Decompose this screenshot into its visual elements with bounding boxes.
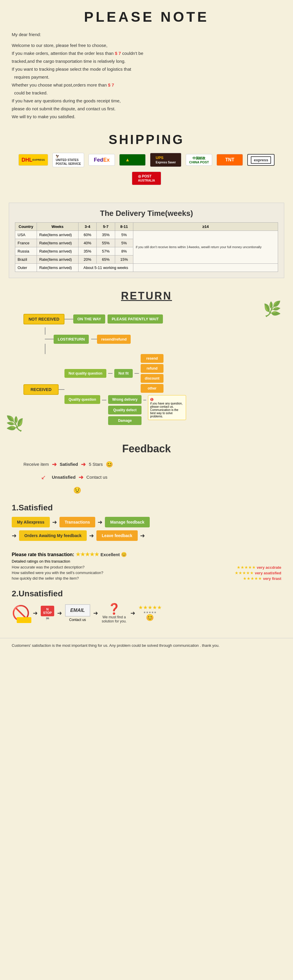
resend-refund-box: resend/refund [97,335,131,344]
question-wrapper: ❓ We must find a solution for you. [101,603,127,623]
logo-dhl: DHLEXPRESS [19,154,48,166]
unsatisfied-flow: ↙ Unsatisfied ➜ Contact us [41,474,269,481]
stars-result-wrapper: ★★★★★ ★★★★★ 😊 [138,604,162,622]
feedback-title: Feedback [12,442,281,455]
transactions-btn: Transactions [60,517,95,527]
vline1 [45,327,46,335]
quality-row: Quality question Wrong delivery Quality … [65,395,186,425]
action-options: resend refund discount other [141,354,163,393]
us-arrow4: ➜ [130,609,135,617]
feedback-flow-container: Receive item ➜ Satisfied ➜ 5 Stars 😊 ↙ U… [12,461,281,494]
return-section: RETURN 🌿 🌿 NOT RECEIVED ON THE WAY PLEAS… [0,284,293,437]
no-sign-container: 🚫 ★★★★ [12,605,30,622]
logo-auspost: ◎ POSTAUSTRALIA [132,172,161,185]
question-icon: ❓ [108,603,121,615]
unsatisfied-label: Unsatisfied [52,475,76,480]
q3-answer: very firast [263,576,281,581]
on-the-way-box: ON THE WAY [73,315,105,323]
arrow-step3: ➜ [12,532,17,539]
table-row: USA Rate(Items arrived) 60% 35% 5% if yo… [15,231,278,239]
logo-fedex: FedEx [89,154,115,166]
return-diagram: NOT RECEIVED ON THE WAY PLEASE PATIENTLY… [12,311,281,431]
delivery-title: The Delivery Time(weeks) [15,209,278,218]
q1-stars: ★★★★★ [237,565,256,570]
col-country: Country [15,222,37,231]
not-received-box: NOT RECEIVED [24,314,65,325]
my-aliexpress-btn: My Aliexpress [12,517,50,527]
delivery-table: Country Weeks 3-4 5-7 8-11 ≥14 USA Rate(… [15,222,278,272]
leave-feedback-btn: Leave feedback [97,530,138,541]
please-note-title: PLEASE NOTE [12,9,281,25]
stars-under-no: ★★★★ [17,617,31,623]
email-wrapper: EMAIL Contact us [65,604,90,622]
shipping-section: SHIPPING DHLEXPRESS 🦅UNITED STATESPOSTAL… [0,126,293,197]
logo-express: express [247,154,274,166]
unsatisfied-flow-steps: 🚫 ★★★★ ➜ NSTOP 🏁 ➜ EMAIL Contact us ➜ [12,603,281,623]
down-arrow: ↙ [41,474,46,481]
q3-stars: ★★★★★ [243,576,262,581]
result-stars: ★★★★★ [138,604,162,611]
body-text: Welcome to our store, please feel free t… [12,41,281,121]
received-branches: Not quality question Not fit resend refu… [65,354,186,425]
damage-box: Damage [108,416,141,425]
unsatisfied-emoji-row: 😟 [73,487,269,494]
delivery-section: The Delivery Time(weeks) Country Weeks 3… [9,203,284,278]
arrow-step1: ➜ [52,519,57,526]
highlight1: $ 7 [115,51,121,56]
greeting: My dear friend: [12,31,281,38]
col-weeks: Weeks [36,222,78,231]
quality-sub-options: Wrong delivery Quality defect Damage [108,395,141,425]
not-received-row: NOT RECEIVED ON THE WAY PLEASE PATIENTLY… [24,314,276,325]
us-arrow2: ➜ [57,609,62,617]
logo-usps: 🦅UNITED STATESPOSTAL SERVICE [52,153,84,167]
shipping-title: SHIPPING [12,132,281,147]
rate-title-text: Please rate this transaction: [12,552,74,557]
satisfied-label: Satisfied [60,462,78,467]
arrow2: ➜ [81,461,86,468]
quality-defect-box: Quality defect [108,406,141,414]
discount-box: discount [141,374,163,383]
rate-row-1: How accurate was the product description… [12,565,281,570]
logo-chinapost: 中国邮政CHINA POST [186,154,212,166]
arrow1: ➜ [52,461,57,468]
rate-row-2: How satisfied were you with the sell's c… [12,571,281,575]
logo-ups: UPSExpress Saver [150,153,181,167]
highlight2: $ 7 [108,83,114,88]
satisfied-steps-row2: ➜ Orders Awaiting My feedback ➜ Leave fe… [12,530,281,541]
satisfied-title: 1.Satisfied [12,503,281,512]
unsatisfied-title: 2.Unsatisfied [12,589,281,598]
satisfied-flow: Receive item ➜ Satisfied ➜ 5 Stars 😊 [24,461,269,468]
please-wait-box: PLEASE PATIENTLY WAIT [108,315,163,323]
return-title: RETURN [12,290,281,302]
no-sign-wrapper: 🚫 ★★★★ [12,605,30,622]
please-note-section: PLEASE NOTE My dear friend: Welcome to o… [0,0,293,126]
rate-title-row: Please rate this transaction: ★★★★★ Exce… [12,551,281,558]
stop-wrapper: NSTOP 🏁 [41,606,54,620]
resend-box: resend [141,354,163,363]
stop-label: 🏁 [41,617,54,620]
footer-note: Customers' satisfaction is the most impo… [0,638,293,658]
col-3-4: 3-4 [78,222,97,231]
rate-section: Please rate this transaction: ★★★★★ Exce… [0,547,293,586]
not-fit-box: Not fit [114,369,133,378]
q3-label: how quickly did the seller ship the item… [12,576,79,581]
q2-answer: very asatisfied [255,571,281,575]
q2-label: How satisfied were you with the sell's c… [12,571,103,575]
email-box: EMAIL [65,604,90,617]
orders-awaiting-label: Orders Awaiting My feedback [24,533,81,538]
excellent-label: Excellent [100,552,120,557]
logo-ems: ▲ EMS [119,154,146,166]
q1-answer: very accdrate [257,565,281,570]
satisfied-steps-row1: My Aliexpress ➜ Transactions ➜ Manage fe… [12,517,281,527]
contact-note-box: ❶ if you have any question, please conta… [148,395,186,420]
rate-stars: ★★★★★ [76,552,100,557]
received-row: RECEIVED Not quality question Not fit re… [24,354,276,425]
wrong-delivery-box: Wrong delivery [108,395,141,404]
arrow3: ➜ [79,474,84,481]
received-box: RECEIVED [24,384,59,395]
result-emoji: 😊 [146,614,154,621]
contact-note-text: if you have any question, please contact… [150,402,182,418]
q1-label: How accurate was the product description… [12,565,85,570]
not-quality-box: Not quality question [65,369,106,378]
not-quality-row: Not quality question Not fit resend refu… [65,354,186,393]
